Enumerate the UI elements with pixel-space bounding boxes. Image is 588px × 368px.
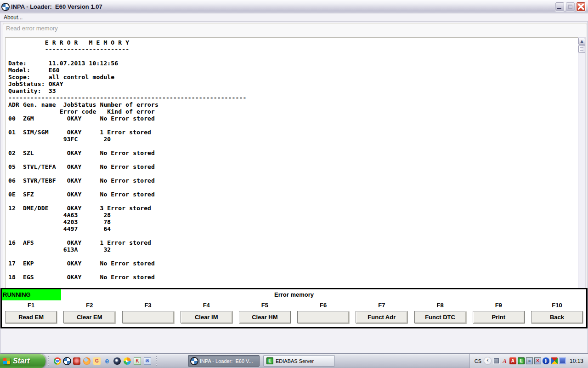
fkey-column-f1: F1Read EM <box>2 301 60 327</box>
fkey-label-f8: F8 <box>436 301 443 310</box>
fkey-column-f7: F7Funct Adr <box>352 301 411 327</box>
task-buttons: INPA - Loader: E60 V...EEDIABAS Server <box>188 355 335 367</box>
bmw-roundel-icon <box>2 4 9 10</box>
tray-icons: AAE»✕ᛒ <box>493 357 566 364</box>
maximize-icon <box>568 5 572 9</box>
internet-explorer-icon[interactable]: e <box>103 357 111 365</box>
fkey-label-f4: F4 <box>203 301 210 310</box>
fkey-label-f10: F10 <box>552 301 562 310</box>
title-bar[interactable]: INPA - Loader: E60 Version 1.07 <box>0 0 588 13</box>
button-f3-empty[interactable] <box>122 311 174 323</box>
button-funct-adr[interactable]: Funct Adr <box>356 311 407 323</box>
status-panel: Error memory RUNNING F1Read EMF2Clear EM… <box>0 288 588 328</box>
daemon-tools-icon[interactable] <box>73 357 80 365</box>
gadu-gadu-icon[interactable]: G <box>93 357 101 365</box>
groupbox-label: Read error memory <box>6 25 58 32</box>
vertical-scroll-thumb[interactable] <box>578 45 585 53</box>
task-button-ediabas-server[interactable]: EEDIABAS Server <box>263 355 335 367</box>
button-read-em[interactable]: Read EM <box>5 311 57 323</box>
fkey-label-f6: F6 <box>320 301 327 310</box>
fkey-label-f7: F7 <box>378 301 385 310</box>
button-clear-im[interactable]: Clear IM <box>181 311 232 323</box>
tray-chevron-icon[interactable] <box>484 357 491 364</box>
fkey-column-f8: F8Funct DTC <box>411 301 469 327</box>
chrome-icon[interactable] <box>54 357 61 365</box>
window-title: INPA - Loader: E60 Version 1.07 <box>11 3 554 10</box>
media-player-icon[interactable]: ▶ <box>124 357 131 365</box>
maximize-button[interactable] <box>565 2 575 12</box>
desktop-icon[interactable] <box>493 357 500 364</box>
fkey-column-f2: F2Clear EM <box>60 301 119 327</box>
task-button-label: EDIABAS Server <box>276 358 314 364</box>
quick-launch-bar: Ge▶K✉ <box>51 357 153 365</box>
button-clear-em[interactable]: Clear EM <box>63 311 115 323</box>
start-label: Start <box>13 357 29 365</box>
task-button-inpa-loader-e60-v-[interactable]: INPA - Loader: E60 V... <box>188 355 260 367</box>
taskband-drag-handle[interactable] <box>155 356 158 366</box>
scroll-up-button[interactable] <box>578 38 585 45</box>
inpa-window: INPA - Loader: E60 Version 1.07 About...… <box>0 0 588 353</box>
bluetooth-icon[interactable]: ᛒ <box>543 357 549 364</box>
language-indicator[interactable]: CS <box>474 358 482 364</box>
fkey-column-f9: F9Print <box>469 301 528 327</box>
kfp-icon[interactable]: K <box>134 357 141 365</box>
minimize-button[interactable] <box>555 2 565 12</box>
fkey-column-f3: F3 <box>119 301 177 327</box>
error-memory-display[interactable]: E R R O R M E M O R Y ------------------… <box>5 37 578 302</box>
ediabas-icon: E <box>266 357 273 364</box>
security-shield-icon[interactable] <box>551 357 558 364</box>
input-language-icon[interactable] <box>559 357 566 364</box>
fkey-label-f2: F2 <box>86 301 93 310</box>
menu-bar: About... <box>0 13 588 22</box>
button-back[interactable]: Back <box>531 311 583 323</box>
taskbar: Start Ge▶K✉ INPA - Loader: E60 V...EEDIA… <box>0 353 588 368</box>
fkey-label-f9: F9 <box>495 301 502 310</box>
fkey-label-f3: F3 <box>144 301 151 310</box>
bmw-roundel-icon <box>191 358 198 364</box>
function-key-columns: F1Read EMF2Clear EMF3F4Clear IMF5Clear H… <box>2 301 586 327</box>
signature-icon[interactable]: A <box>501 357 508 364</box>
outlook-express-icon[interactable]: ✉ <box>144 357 151 365</box>
status-badge: RUNNING <box>2 289 61 300</box>
vertical-scrollbar[interactable] <box>578 37 586 302</box>
error-memory-text: E R R O R M E M O R Y ------------------… <box>6 38 578 301</box>
fkey-column-f6: F6 <box>294 301 352 327</box>
system-tray: CS AAE»✕ᛒ 10:13 <box>469 354 588 368</box>
close-button[interactable] <box>576 2 586 12</box>
fkey-label-f1: F1 <box>28 301 34 310</box>
close-icon <box>578 4 584 10</box>
button-print[interactable]: Print <box>473 311 525 323</box>
acdsee-icon[interactable] <box>113 357 121 365</box>
fkey-label-f5: F5 <box>261 301 268 310</box>
ediabas-icon[interactable]: E <box>518 357 525 364</box>
screen-title: Error memory <box>2 289 586 300</box>
windows-logo-icon <box>3 358 10 364</box>
quick-launch-drag-handle[interactable] <box>47 356 50 366</box>
task-button-label: INPA - Loader: E60 V... <box>200 358 253 364</box>
minimize-icon <box>557 8 561 9</box>
clock: 10:13 <box>570 358 583 364</box>
start-button[interactable]: Start <box>0 354 45 368</box>
bmw-roundel-icon[interactable] <box>64 358 70 364</box>
button-clear-hm[interactable]: Clear HM <box>239 311 291 323</box>
fkey-column-f10: F10Back <box>528 301 586 327</box>
read-error-memory-groupbox: Read error memory E R R O R M E M O R Y … <box>3 23 587 310</box>
network-disconnected-icon[interactable]: ✕ <box>534 357 541 364</box>
button-f6-empty[interactable] <box>297 311 349 323</box>
menu-about[interactable]: About... <box>0 14 26 21</box>
acrobat-reader-icon[interactable]: A <box>509 357 516 364</box>
firefox-icon[interactable] <box>83 357 90 365</box>
wireless-network-icon[interactable]: » <box>526 357 533 364</box>
button-funct-dtc[interactable]: Funct DTC <box>414 311 466 323</box>
fkey-column-f4: F4Clear IM <box>177 301 236 327</box>
fkey-column-f5: F5Clear HM <box>236 301 294 327</box>
